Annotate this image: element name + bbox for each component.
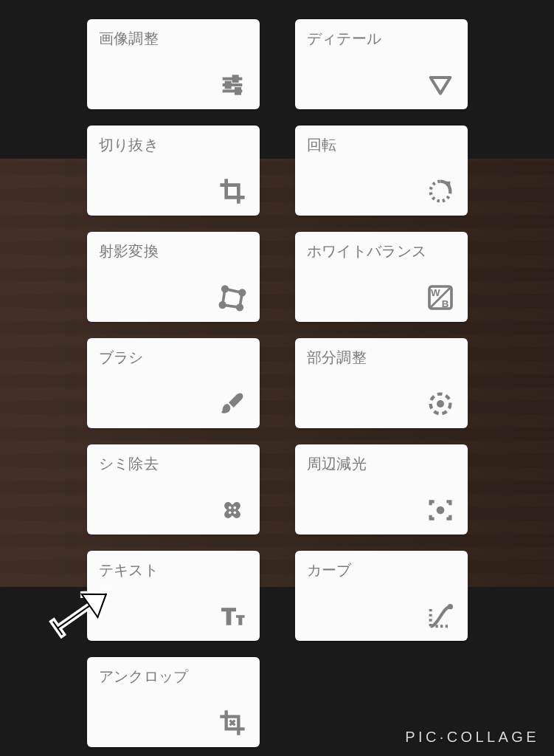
tool-tune[interactable]: 画像調整	[87, 19, 260, 109]
svg-point-17	[228, 506, 231, 509]
curves-icon	[423, 599, 457, 633]
tool-crop[interactable]: 切り抜き	[87, 126, 260, 216]
svg-text:B: B	[441, 298, 449, 309]
tool-uncrop[interactable]: アンクロップ	[87, 657, 260, 747]
svg-text:W: W	[431, 287, 440, 298]
svg-point-9	[220, 303, 225, 308]
tool-grid: 画像調整 ディテール 切り抜き 回転	[0, 19, 554, 747]
svg-point-14	[437, 400, 444, 408]
tool-label: 画像調整	[99, 30, 248, 47]
svg-rect-5	[236, 89, 240, 94]
tool-label: テキスト	[99, 561, 248, 579]
svg-point-8	[237, 305, 242, 310]
text-icon	[215, 599, 249, 633]
tool-details[interactable]: ディテール	[295, 19, 468, 109]
svg-point-20	[233, 512, 236, 515]
tool-healing[interactable]: シミ除去	[87, 444, 260, 535]
tool-vignette[interactable]: 周辺減光	[295, 444, 468, 535]
crop-icon	[215, 174, 249, 208]
healing-icon	[215, 493, 249, 527]
tool-brush[interactable]: ブラシ	[87, 338, 260, 428]
uncrop-icon	[215, 706, 249, 740]
svg-point-18	[233, 506, 236, 509]
tool-selective[interactable]: 部分調整	[295, 338, 468, 428]
perspective-icon	[215, 281, 249, 315]
tool-white-balance[interactable]: ホワイトバランス W B	[295, 232, 468, 322]
tool-label: シミ除去	[99, 455, 248, 472]
tool-label: 回転	[307, 136, 456, 154]
triangle-down-icon	[423, 68, 457, 102]
brush-icon	[215, 387, 249, 421]
tool-curves[interactable]: カーブ	[295, 551, 468, 641]
tool-label: 周辺減光	[307, 455, 456, 472]
rotate-icon	[423, 174, 457, 208]
svg-point-6	[222, 286, 227, 292]
svg-point-22	[447, 604, 452, 609]
tool-label: 切り抜き	[99, 136, 248, 154]
tool-label: ホワイトバランス	[307, 242, 456, 260]
svg-point-19	[228, 512, 231, 515]
tool-label: 射影変換	[99, 242, 248, 260]
tool-rotate[interactable]: 回転	[295, 126, 468, 216]
wb-icon: W B	[423, 281, 457, 315]
svg-point-21	[436, 506, 444, 515]
vignette-icon	[423, 493, 457, 527]
tool-label: ディテール	[307, 30, 456, 47]
svg-point-7	[240, 290, 245, 295]
selective-icon	[423, 387, 457, 421]
tune-icon	[215, 68, 249, 102]
tool-label: アンクロップ	[99, 667, 248, 685]
tool-label: カーブ	[307, 561, 456, 579]
svg-rect-3	[233, 76, 237, 81]
tool-label: 部分調整	[307, 348, 456, 366]
tool-transform[interactable]: 射影変換	[87, 232, 260, 322]
tool-text[interactable]: テキスト	[87, 551, 260, 641]
tool-label: ブラシ	[99, 348, 248, 366]
watermark: PIC·COLLAGE	[405, 729, 539, 746]
svg-rect-4	[226, 83, 229, 88]
